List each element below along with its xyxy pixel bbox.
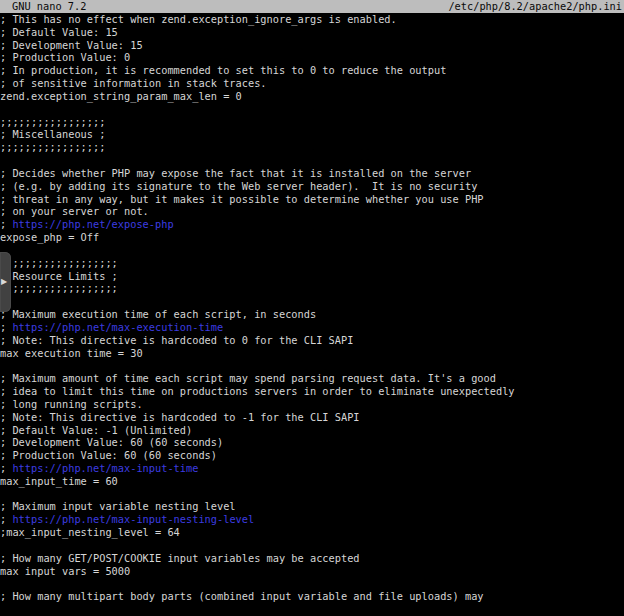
vnc-control-bar-handle[interactable]: ▶ bbox=[0, 252, 11, 312]
editor-line: ; How many multipart body parts (combine… bbox=[0, 590, 624, 603]
editor-line: ; Development Value: 15 bbox=[0, 39, 624, 52]
editor-line: ;;;;;;;;;;;;;;;;;;; bbox=[0, 257, 624, 270]
url-text: https://php.net/max-input-time bbox=[12, 462, 198, 474]
editor-line bbox=[0, 154, 624, 167]
editor-line: ; This has no effect when zend.exception… bbox=[0, 13, 624, 26]
editor-line: ; Miscellaneous ; bbox=[0, 128, 624, 141]
editor-line: ; of sensitive information in stack trac… bbox=[0, 77, 624, 90]
editor-line bbox=[0, 488, 624, 501]
editor-line: ; on your server or not. bbox=[0, 205, 624, 218]
expand-arrow-icon: ▶ bbox=[1, 278, 7, 286]
url-text: https://php.net/max-execution-time bbox=[12, 321, 223, 333]
editor-line bbox=[0, 103, 624, 116]
url-text: https://php.net/max-input-nesting-level bbox=[12, 513, 254, 525]
editor-line: zend.exception_string_param_max_len = 0 bbox=[0, 90, 624, 103]
text-cursor: _ bbox=[130, 565, 136, 577]
editor-line bbox=[0, 539, 624, 552]
editor-line: ;;;;;;;;;;;;;;;;; bbox=[0, 116, 624, 129]
editor-line: ; https://php.net/expose-php bbox=[0, 218, 624, 231]
editor-line bbox=[0, 295, 624, 308]
editor-line: ; Note: This directive is hardcoded to 0… bbox=[0, 334, 624, 347]
editor-line: ; Development Value: 60 (60 seconds) bbox=[0, 436, 624, 449]
editor-line bbox=[0, 244, 624, 257]
editor-line: ; idea to limit this time on productions… bbox=[0, 385, 624, 398]
editor-line: ; Maximum input variable nesting level bbox=[0, 500, 624, 513]
editor-line: ; (e.g. by adding its signature to the W… bbox=[0, 180, 624, 193]
terminal-screen[interactable]: ; This has no effect when zend.exception… bbox=[0, 13, 624, 603]
editor-line: max_execution_time = 30 bbox=[0, 347, 624, 360]
editor-line: expose_php = Off bbox=[0, 231, 624, 244]
editor-line: ; Default Value: -1 (Unlimited) bbox=[0, 424, 624, 437]
nano-app-title: GNU nano 7.2 bbox=[0, 0, 86, 13]
nano-titlebar: GNU nano 7.2 /etc/php/8.2/apache2/php.in… bbox=[0, 0, 624, 13]
editor-line: ; Note: This directive is hardcoded to -… bbox=[0, 411, 624, 424]
editor-line bbox=[0, 577, 624, 590]
editor-line: ; https://php.net/max-execution-time bbox=[0, 321, 624, 334]
editor-line: ; In production, it is recommended to se… bbox=[0, 64, 624, 77]
editor-line: ; Production Value: 0 bbox=[0, 51, 624, 64]
editor-line: ; Resource Limits ; bbox=[0, 270, 624, 283]
editor-line: ;;;;;;;;;;;;;;;;;;; bbox=[0, 282, 624, 295]
editor-line: ; threat in any way, but it makes it pos… bbox=[0, 193, 624, 206]
editor-line: max_input_vars = 5000_ bbox=[0, 565, 624, 578]
editor-line: max_input_time = 60 bbox=[0, 475, 624, 488]
editor-line: ;;;;;;;;;;;;;;;;; bbox=[0, 141, 624, 154]
editor-line: ; Default Value: 15 bbox=[0, 26, 624, 39]
editor-line: ; How many GET/POST/COOKIE input variabl… bbox=[0, 552, 624, 565]
editor-line: ; long running scripts. bbox=[0, 398, 624, 411]
editor-line: ; https://php.net/max-input-nesting-leve… bbox=[0, 513, 624, 526]
url-text: https://php.net/expose-php bbox=[12, 218, 173, 230]
editor-line: ; Decides whether PHP may expose the fac… bbox=[0, 167, 624, 180]
nano-file-path: /etc/php/8.2/apache2/php.ini bbox=[448, 0, 624, 13]
editor-line: ; Production Value: 60 (60 seconds) bbox=[0, 449, 624, 462]
editor-line: ; Maximum amount of time each script may… bbox=[0, 372, 624, 385]
editor-line: ; Maximum execution time of each script,… bbox=[0, 308, 624, 321]
terminal-window: GNU nano 7.2 /etc/php/8.2/apache2/php.in… bbox=[0, 0, 624, 616]
editor-line: ;max_input_nesting_level = 64 bbox=[0, 526, 624, 539]
editor-line: ; https://php.net/max-input-time bbox=[0, 462, 624, 475]
editor-line bbox=[0, 359, 624, 372]
